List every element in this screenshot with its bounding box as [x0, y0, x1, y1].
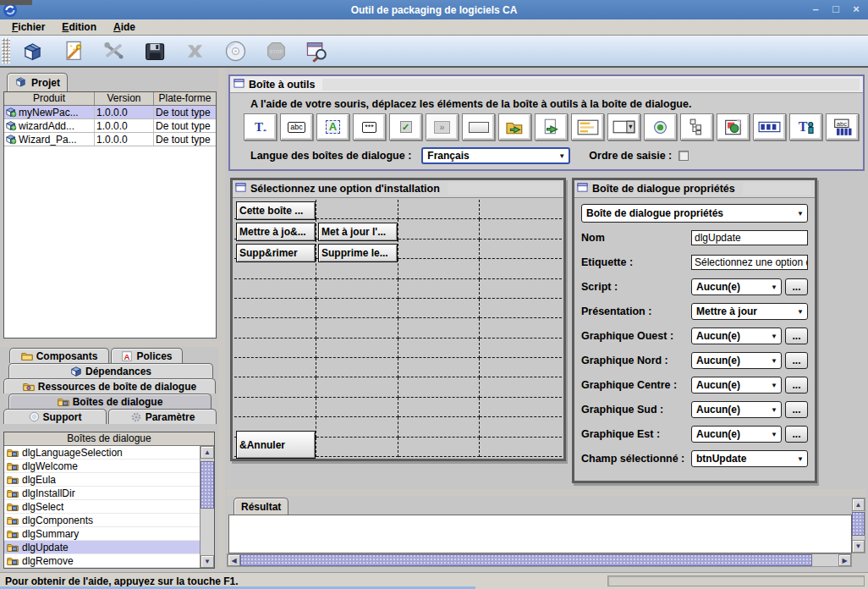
- tool-combo-box-button[interactable]: [607, 113, 640, 140]
- grid-cell[interactable]: [398, 279, 481, 299]
- property-text-field[interactable]: Sélectionnez une option d'installation: [691, 255, 808, 270]
- designer-button-mettre-jo-[interactable]: Mettre à jo&...: [236, 223, 316, 241]
- list-item-dlgLanguageSelection[interactable]: dlgLanguageSelection: [4, 446, 200, 460]
- property-combo[interactable]: Aucun(e)▼: [691, 328, 782, 344]
- grid-cell[interactable]: [480, 398, 562, 417]
- grid-cell[interactable]: [398, 299, 481, 318]
- list-item-dlgWelcome[interactable]: dlgWelcome: [4, 460, 200, 473]
- tool-group-box-button[interactable]: [462, 113, 495, 140]
- designer-button-met-jour-l-[interactable]: Met à jour l'...: [318, 223, 398, 241]
- grid-cell[interactable]: [234, 358, 316, 377]
- scroll-down-icon[interactable]: ▼: [852, 540, 865, 553]
- tool-radio-button-button[interactable]: [644, 113, 677, 140]
- side-tab-d-pendances[interactable]: Dépendances: [8, 363, 213, 378]
- grid-cell[interactable]: [480, 219, 562, 239]
- browse-ellipsis-button[interactable]: ...: [785, 278, 808, 295]
- grid-cell[interactable]: [480, 417, 562, 437]
- grid-cell[interactable]: [234, 318, 316, 338]
- scroll-track[interactable]: [812, 554, 838, 566]
- bottom-splitter[interactable]: [227, 489, 866, 496]
- table-row[interactable]: wizardAdd...1.0.0.0De tout type: [4, 119, 216, 133]
- list-item-dlgUpdate[interactable]: dlgUpdate: [4, 541, 200, 554]
- scrollbar-thumb[interactable]: [240, 554, 812, 566]
- tool-password-field-button[interactable]: ***: [353, 113, 386, 140]
- tool-label-bars-tool-button[interactable]: abc: [826, 113, 859, 140]
- grid-cell[interactable]: [398, 438, 481, 457]
- tool-file-browser-button[interactable]: [535, 113, 568, 140]
- grid-cell[interactable]: [316, 318, 398, 338]
- list-item-partial[interactable]: [4, 568, 200, 569]
- tool-progress-bar-button[interactable]: [753, 113, 786, 140]
- grid-cell[interactable]: [398, 339, 481, 358]
- side-tab-composants[interactable]: Composants: [9, 348, 109, 363]
- scroll-down-icon[interactable]: ▼: [201, 555, 214, 568]
- grid-cell[interactable]: [480, 279, 562, 299]
- grid-cell[interactable]: [480, 318, 562, 338]
- grid-cell[interactable]: [234, 377, 316, 397]
- menu-aide[interactable]: Aide: [107, 20, 142, 34]
- dialog-list-scrollbar[interactable]: ▲ ▼: [200, 446, 214, 568]
- preview-button[interactable]: [301, 37, 332, 64]
- result-vscrollbar[interactable]: ▲ ▼: [852, 498, 865, 553]
- grid-cell[interactable]: [234, 299, 316, 318]
- table-row[interactable]: Wizard_Pa...1.0.0.0De tout type: [4, 133, 216, 146]
- browse-ellipsis-button[interactable]: ...: [785, 328, 808, 344]
- designer-button-cette-bo-te-[interactable]: Cette boîte ...: [236, 201, 316, 220]
- grid-cell[interactable]: [316, 279, 398, 299]
- grid-cell[interactable]: [316, 438, 398, 457]
- designer-button--annuler[interactable]: &Annuler: [236, 431, 316, 459]
- grid-cell[interactable]: [398, 259, 481, 278]
- grid-cell[interactable]: [398, 377, 481, 397]
- browse-ellipsis-button[interactable]: ...: [785, 377, 808, 394]
- side-tab-support[interactable]: Support: [3, 409, 107, 424]
- tool-tree-view-button[interactable]: [680, 113, 713, 140]
- grid-cell[interactable]: [480, 239, 562, 259]
- menu-fichier[interactable]: Fichier: [5, 20, 52, 34]
- property-combo[interactable]: Aucun(e)▼: [691, 426, 782, 443]
- list-item-dlgRemove[interactable]: dlgRemove: [4, 554, 200, 568]
- list-item-dlgInstallDir[interactable]: dlgInstallDir: [4, 487, 200, 500]
- browse-ellipsis-button[interactable]: ...: [785, 352, 808, 369]
- grid-cell[interactable]: [316, 398, 398, 417]
- grid-cell[interactable]: [480, 200, 562, 219]
- tool-checkbox-tool-button[interactable]: ✓: [389, 113, 422, 140]
- property-combo[interactable]: Aucun(e)▼: [691, 352, 782, 369]
- browse-ellipsis-button[interactable]: ...: [785, 401, 808, 418]
- scroll-left-icon[interactable]: ◀: [228, 554, 240, 566]
- grid-cell[interactable]: [480, 438, 562, 457]
- language-combo[interactable]: Français ▼: [421, 147, 570, 164]
- side-tab-polices[interactable]: APolices: [111, 348, 183, 363]
- tool-push-button-button[interactable]: »: [426, 113, 459, 140]
- vertical-splitter[interactable]: [218, 68, 225, 569]
- designer-button-supprime-le-[interactable]: Supprime le...: [318, 244, 398, 262]
- scrollbar-thumb[interactable]: [201, 461, 214, 509]
- list-item-dlgComponents[interactable]: dlgComponents: [4, 514, 200, 527]
- side-tab-ressources-de-bo-te-de-dialogue[interactable]: Ressources de boîte de dialogue: [3, 378, 216, 394]
- table-row[interactable]: myNewPac...1.0.0.0De tout type: [4, 106, 216, 119]
- side-tab-bo-tes-de-dialogue[interactable]: Boîtes de dialogue: [8, 394, 212, 409]
- property-combo[interactable]: Mettre à jour▼: [691, 303, 808, 320]
- wizard-button[interactable]: [58, 37, 88, 64]
- property-combo[interactable]: Aucun(e)▼: [691, 278, 782, 295]
- property-combo[interactable]: btnUpdate▼: [691, 450, 808, 467]
- result-output-area[interactable]: [228, 515, 852, 553]
- maximize-button[interactable]: □: [829, 2, 843, 15]
- grid-cell[interactable]: [480, 299, 562, 318]
- grid-cell[interactable]: [316, 417, 398, 437]
- scroll-up-icon[interactable]: ▲: [201, 446, 214, 459]
- tool-rich-label-button[interactable]: A: [316, 113, 349, 140]
- grid-cell[interactable]: [480, 259, 562, 278]
- tab-resultat[interactable]: Résultat: [233, 498, 288, 515]
- tools-button[interactable]: [98, 37, 129, 64]
- result-hscrollbar[interactable]: ◀ ▶: [227, 553, 852, 567]
- grid-cell[interactable]: [316, 358, 398, 377]
- close-button[interactable]: ×: [849, 2, 863, 15]
- property-combo[interactable]: Aucun(e)▼: [691, 401, 782, 418]
- grid-cell[interactable]: [316, 339, 398, 358]
- grid-cell[interactable]: [398, 417, 481, 437]
- new-package-button[interactable]: [17, 37, 47, 64]
- toolbar-grip[interactable]: [2, 38, 10, 63]
- scrollbar-thumb[interactable]: [852, 512, 865, 536]
- tool-list-box-button[interactable]: [571, 113, 604, 140]
- properties-selector-combo[interactable]: Boîte de dialogue propriétés ▼: [581, 204, 808, 223]
